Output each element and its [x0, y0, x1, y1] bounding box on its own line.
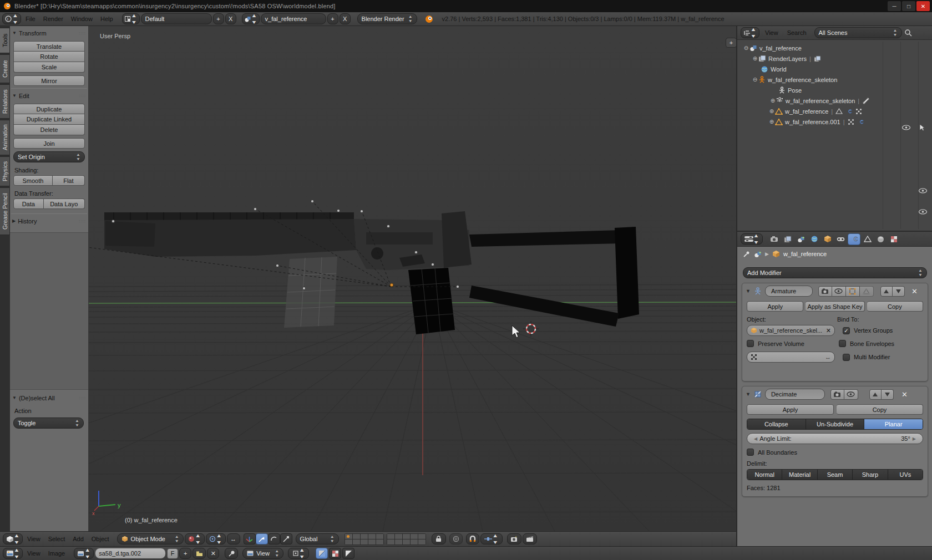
mode-selector[interactable]: Object Mode▲▼ — [117, 533, 184, 544]
decimate-unsubdivide-button[interactable]: Un-Subdivide — [806, 419, 864, 429]
tab-render-layers[interactable] — [781, 233, 794, 245]
viewport-visibility-toggle[interactable] — [844, 389, 858, 400]
uv-draw-mode-toggle[interactable] — [316, 548, 328, 559]
screen-layout-icon-button[interactable]: ▲▼ — [122, 13, 140, 24]
panel-history-header[interactable]: ▶History:::: — [10, 216, 88, 226]
v3d-menu-add[interactable]: Add — [69, 536, 87, 542]
outliner-scenes-filter[interactable]: All Scenes▲▼ — [814, 27, 902, 38]
layers-grid-right[interactable] — [387, 533, 426, 545]
duplicate-linked-button[interactable]: Duplicate Linked — [13, 114, 85, 125]
opengl-render-anim-button[interactable] — [523, 533, 537, 544]
decimate-planar-button[interactable]: Planar — [864, 419, 923, 429]
outliner-row-renderlayers[interactable]: ⊕ RenderLayers | — [752, 53, 932, 64]
properties-display-dropdown[interactable]: ▲▼ — [741, 233, 763, 245]
menu-help[interactable]: Help — [97, 16, 116, 22]
opengl-render-button[interactable] — [507, 533, 521, 544]
expand-icon[interactable]: ⊕ — [752, 55, 758, 62]
tab-scene[interactable] — [794, 233, 807, 245]
set-origin-dropdown[interactable]: Set Origin▲▼ — [13, 151, 85, 162]
expand-icon[interactable]: ⊕ — [768, 119, 775, 125]
tab-animation[interactable]: Animation — [0, 120, 10, 155]
move-modifier-up-button[interactable] — [880, 286, 893, 297]
delete-modifier-icon[interactable]: ✕ — [901, 390, 908, 399]
rotate-button[interactable]: Rotate — [13, 52, 85, 62]
delimit-material-button[interactable]: Material — [782, 470, 817, 480]
menu-window[interactable]: Window — [68, 16, 96, 22]
expand-icon[interactable]: ⊕ — [768, 108, 775, 114]
pivot-center-dropdown[interactable]: ▲▼ — [206, 533, 226, 544]
collapse-icon[interactable]: ▼ — [746, 288, 751, 294]
minimize-button[interactable]: ─ — [888, 1, 901, 11]
render-visibility-toggle[interactable] — [830, 389, 844, 400]
tab-grease-pencil[interactable]: Grease Pencil — [0, 187, 10, 235]
vertex-groups-checkbox[interactable]: ✓ — [843, 327, 850, 334]
expand-icon[interactable]: ⊕ — [769, 98, 776, 104]
collapse-icon[interactable]: ⊖ — [752, 77, 758, 83]
decimate-copy-button[interactable]: Copy — [837, 404, 923, 415]
armature-apply-button[interactable]: Apply — [747, 301, 803, 312]
tab-relations[interactable]: Relations — [0, 84, 10, 119]
shade-flat-button[interactable]: Flat — [53, 175, 85, 186]
tab-texture[interactable] — [888, 233, 900, 245]
tab-object[interactable] — [821, 233, 834, 245]
scale-button[interactable]: Scale — [13, 62, 85, 73]
translate-button[interactable]: Translate — [13, 41, 85, 52]
uv-alpha-toggle[interactable] — [342, 548, 354, 559]
close-button[interactable]: ✕ — [916, 1, 930, 11]
panel-edit-header[interactable]: ▼Edit:::: — [10, 91, 88, 100]
menu-render[interactable]: Render — [40, 16, 67, 22]
screen-layout-selector[interactable]: Default — [141, 13, 212, 24]
modifier-name-field[interactable]: Armature — [765, 286, 813, 297]
delete-button[interactable]: Delete — [13, 125, 85, 135]
outliner-row-scene[interactable]: ⊖ v_fal_reference — [743, 43, 932, 53]
vertex-group-field[interactable]: ↔ — [747, 352, 835, 363]
outliner-menu-search[interactable]: Search — [784, 29, 810, 36]
decimate-collapse-button[interactable]: Collapse — [747, 419, 806, 429]
outliner-display-dropdown[interactable]: ▲▼ — [741, 27, 759, 38]
collapse-icon[interactable]: ▼ — [746, 391, 751, 397]
outliner-row-mesh-object-001[interactable]: ⊕ w_fal_reference.001 | — [768, 116, 932, 127]
shade-smooth-button[interactable]: Smooth — [13, 175, 53, 186]
render-visibility-toggle[interactable] — [818, 286, 832, 297]
collapse-icon[interactable]: ⊖ — [743, 45, 749, 51]
manipulator-rotate-toggle[interactable] — [268, 533, 280, 544]
tab-create[interactable]: Create — [0, 54, 10, 83]
search-icon[interactable] — [904, 29, 912, 37]
v3d-menu-view[interactable]: View — [24, 536, 44, 542]
tab-physics[interactable]: Physics — [0, 156, 10, 186]
v3d-menu-select[interactable]: Select — [45, 536, 69, 542]
preserve-volume-checkbox[interactable] — [747, 340, 754, 347]
mirror-button[interactable]: Mirror — [13, 75, 85, 86]
render-engine-selector[interactable]: Blender Render▲▼ — [357, 13, 417, 24]
outliner-menu-view[interactable]: View — [762, 29, 782, 36]
uv-checker-toggle[interactable] — [329, 548, 341, 559]
multi-modifier-checkbox[interactable] — [843, 354, 850, 361]
toggle-dropdown[interactable]: Toggle▲▼ — [13, 418, 84, 429]
move-modifier-down-button[interactable] — [893, 286, 905, 297]
pivot-align-toggle[interactable]: ↔ — [227, 533, 240, 544]
editor-type-image-button[interactable]: ▲▼ — [3, 548, 23, 559]
duplicate-button[interactable]: Duplicate — [13, 104, 85, 114]
outliner-row-skeleton-data[interactable]: ⊕ w_fal_reference_skeleton | — [769, 95, 932, 106]
editor-type-3dview-button[interactable]: ▲▼ — [3, 533, 23, 544]
bone-envelopes-checkbox[interactable] — [839, 340, 846, 347]
eye-icon[interactable] — [919, 208, 927, 215]
outliner-row-mesh-object[interactable]: ⊕ w_fal_reference | — [768, 106, 932, 116]
open-properties-region-button[interactable]: + — [726, 38, 736, 48]
tab-modifiers[interactable] — [848, 233, 860, 245]
armature-apply-shape-button[interactable]: Apply as Shape Key — [806, 301, 864, 312]
delimit-seam-button[interactable]: Seam — [817, 470, 852, 480]
scene-icon-button[interactable]: ▲▼ — [242, 13, 260, 24]
image-pin-toggle[interactable] — [225, 548, 238, 559]
img-menu-image[interactable]: Image — [45, 550, 69, 557]
clear-object-icon[interactable]: ✕ — [826, 327, 831, 334]
edit-mode-toggle[interactable] — [846, 286, 860, 297]
join-button[interactable]: Join — [13, 138, 85, 149]
image-name-field[interactable]: sa58_d.tga.002 — [95, 548, 166, 559]
modifier-name-field[interactable]: Decimate — [765, 389, 825, 400]
layers-grid-left[interactable] — [345, 533, 384, 545]
tab-material[interactable] — [874, 233, 887, 245]
data-layout-button[interactable]: Data Layo — [44, 198, 85, 209]
delimit-uvs-button[interactable]: UVs — [888, 470, 923, 480]
v3d-menu-object[interactable]: Object — [88, 536, 113, 542]
